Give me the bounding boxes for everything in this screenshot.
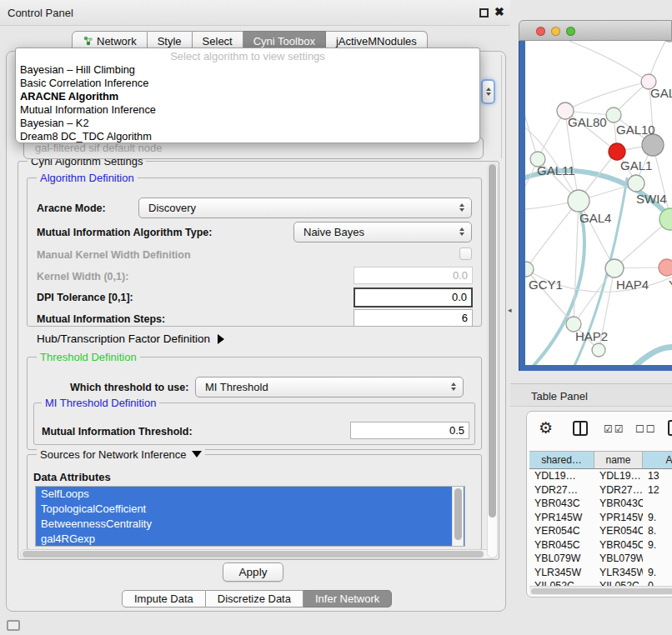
- algorithm-option-dream8-dc-tdc-algorithm[interactable]: Dream8 DC_TDC Algorithm: [16, 130, 479, 143]
- cytoscape-workspace: Control Panel ✖ NetworkStyleSelectCyni T…: [0, 0, 672, 635]
- minimize-traffic-light-icon[interactable]: [551, 27, 560, 36]
- combobox-arrow-button[interactable]: [481, 79, 495, 104]
- apply-button[interactable]: Apply: [223, 562, 283, 582]
- scrollbar-thumb[interactable]: [23, 551, 484, 558]
- network-node[interactable]: [606, 108, 621, 122]
- network-node[interactable]: [525, 262, 534, 277]
- node-label-gal11: GAL11: [537, 163, 575, 178]
- horizontal-scrollbar[interactable]: [20, 549, 497, 559]
- hub-section-label: Hub/Transcription Factor Definition: [37, 332, 210, 345]
- table-panel-title: Table Panel: [531, 390, 588, 402]
- network-graph[interactable]: GALGAL80GAL10GAL1GAL11SWI4GAL4GCY1HAP4YH…: [525, 41, 672, 365]
- unchecked-boxes-icon[interactable]: ☐☐: [635, 423, 657, 435]
- gear-icon[interactable]: ⚙: [539, 418, 553, 438]
- table-row[interactable]: YPR145WYPR145W9.: [529, 511, 672, 525]
- table-cell: 8.: [643, 524, 672, 538]
- algorithm-option-bayesian-hill-climbing[interactable]: Bayesian – Hill Climbing: [16, 63, 479, 77]
- table-row[interactable]: YLR345WYLR345W9.: [529, 566, 672, 580]
- dpi-tolerance-field[interactable]: 0.0: [354, 288, 473, 308]
- expand-arrow-icon: [218, 334, 224, 344]
- split-view-icon[interactable]: [573, 421, 588, 436]
- network-node[interactable]: [592, 343, 605, 357]
- table-cell: YBR045C: [529, 538, 594, 552]
- maximize-traffic-light-icon[interactable]: [566, 27, 575, 36]
- table-row[interactable]: YBL079WYBL079W: [529, 552, 672, 566]
- table-row[interactable]: YDR27…YDR27…12: [529, 483, 672, 498]
- aracne-mode-combobox[interactable]: Discovery: [138, 198, 472, 218]
- network-edge[interactable]: [526, 201, 579, 269]
- attribute-item-gal4rgexp[interactable]: gal4RGexp: [36, 532, 464, 547]
- table-cell: YBR045C: [594, 538, 643, 552]
- network-node[interactable]: [609, 143, 625, 160]
- network-node[interactable]: [661, 41, 672, 42]
- sources-group-title[interactable]: Sources for Network Inference: [37, 448, 205, 461]
- node-attribute-table[interactable]: shared…nameAYDL19…YDL19…13YDR27…YDR27…12…: [529, 451, 672, 593]
- network-edge[interactable]: [565, 82, 649, 111]
- attribute-list-scrollbar[interactable]: [452, 487, 464, 546]
- collapsed-panel-icon[interactable]: [7, 620, 20, 631]
- node-label-gcy1: GCY1: [529, 278, 563, 292]
- scrollbar-thumb[interactable]: [531, 588, 672, 594]
- tab-infer-network[interactable]: Infer Network: [303, 590, 392, 608]
- aracne-mode-label: Aracne Mode:: [37, 202, 106, 214]
- settings-vertical-scrollbar[interactable]: [487, 162, 498, 558]
- scrollbar-thumb[interactable]: [454, 488, 462, 540]
- scrollbar-thumb[interactable]: [489, 164, 496, 518]
- group-border-line: [501, 55, 502, 158]
- algorithm-option-mutual-information-inference[interactable]: Mutual Information Inference: [16, 103, 479, 117]
- table-row[interactable]: YDL19…YDL19…13: [529, 469, 672, 483]
- network-window-titlebar[interactable]: [519, 20, 672, 41]
- mi-steps-field[interactable]: 6: [354, 309, 473, 327]
- algorithm-option-basic-correlation-inference[interactable]: Basic Correlation Inference: [16, 77, 479, 90]
- network-node[interactable]: [568, 190, 589, 212]
- close-traffic-light-icon[interactable]: [536, 27, 545, 36]
- tab-discretize-data[interactable]: Discretize Data: [206, 590, 303, 608]
- float-window-icon[interactable]: [479, 8, 489, 18]
- algorithm-option-aracne-algorithm[interactable]: ARACNE Algorithm: [16, 90, 479, 103]
- algorithm-option-bayesian-k2[interactable]: Bayesian – K2: [16, 117, 479, 130]
- table-cell: YLR345W: [594, 566, 643, 580]
- table-row[interactable]: YBR045CYBR045C9.: [529, 538, 672, 552]
- which-threshold-combobox[interactable]: MI Threshold: [195, 377, 464, 398]
- tab-label: Cyni Toolbox: [253, 35, 315, 48]
- document-icon[interactable]: [668, 420, 672, 436]
- network-icon: [83, 35, 93, 48]
- network-node[interactable]: [605, 259, 624, 278]
- combo-arrows-icon: [459, 228, 464, 236]
- combo-arrows-icon: [459, 203, 464, 212]
- node-label-hap4: HAP4: [616, 278, 649, 292]
- mi-algorithm-type-combobox[interactable]: Naive Bayes: [293, 222, 472, 242]
- table-panel-titlebar: Table Panel: [510, 383, 672, 407]
- table-horizontal-scrollbar[interactable]: [529, 586, 672, 595]
- network-edge[interactable]: [634, 347, 672, 365]
- attribute-item-topologicalcoefficient[interactable]: TopologicalCoefficient: [36, 502, 464, 517]
- network-node[interactable]: [642, 134, 664, 156]
- node-label-y: Y: [669, 278, 672, 292]
- network-canvas[interactable]: GALGAL80GAL10GAL1GAL11SWI4GAL4GCY1HAP4YH…: [525, 41, 672, 365]
- hub-transcription-factor-section[interactable]: Hub/Transcription Factor Definition: [37, 332, 224, 345]
- network-node[interactable]: [628, 175, 644, 192]
- checked-boxes-icon[interactable]: ☑☑: [604, 423, 625, 435]
- network-edge[interactable]: [559, 41, 649, 82]
- network-node[interactable]: [659, 259, 672, 276]
- column-header-shared[interactable]: shared…: [529, 451, 594, 469]
- data-attributes-list[interactable]: SelfLoopsTopologicalCoefficientBetweenne…: [35, 486, 465, 547]
- table-cell: YBR043C: [529, 497, 594, 511]
- manual-kernel-checkbox[interactable]: [459, 248, 472, 260]
- column-header-a[interactable]: A: [643, 451, 672, 469]
- table-cell: YDR27…: [594, 483, 643, 498]
- node-label-gal1: GAL1: [620, 158, 652, 172]
- attribute-item-betweennesscentrality[interactable]: BetweennessCentrality: [36, 517, 464, 532]
- table-row[interactable]: YBR043CYBR043C: [529, 497, 672, 511]
- table-row[interactable]: YER054CYER054C8.: [529, 524, 672, 538]
- tab-impute-data[interactable]: Impute Data: [122, 590, 206, 608]
- close-icon[interactable]: ✖: [494, 5, 504, 18]
- mi-threshold-field[interactable]: 0.5: [350, 422, 469, 439]
- column-header-name[interactable]: name: [594, 451, 643, 469]
- tab-label: Network: [97, 35, 137, 48]
- table-cell: 12: [643, 483, 672, 498]
- network-edge[interactable]: [574, 201, 579, 324]
- splitter-collapse-icon[interactable]: ◂: [508, 306, 512, 314]
- table-cell: YBL079W: [529, 552, 594, 566]
- attribute-item-selfloops[interactable]: SelfLoops: [36, 487, 464, 502]
